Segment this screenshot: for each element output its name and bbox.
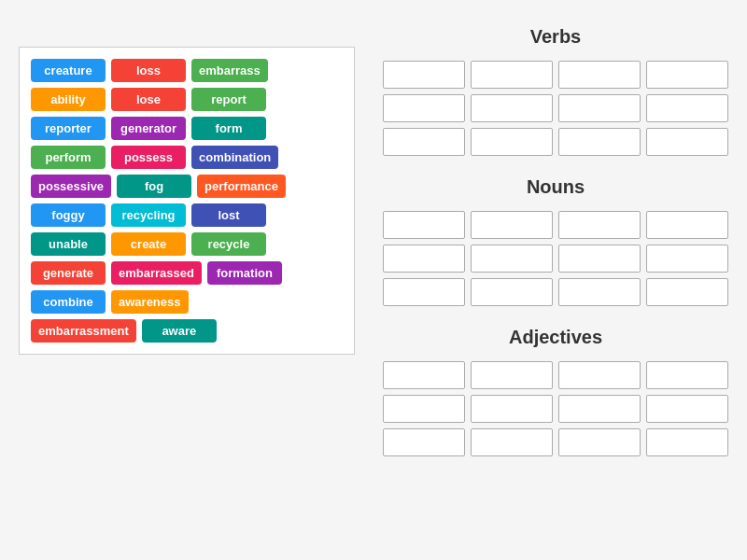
drop-cell[interactable] <box>471 428 553 456</box>
drop-cell[interactable] <box>646 278 728 306</box>
word-chip[interactable]: formation <box>207 261 282 285</box>
word-row-6: unablecreaterecycle <box>31 232 343 256</box>
word-chip[interactable]: generator <box>111 117 186 140</box>
drop-cell[interactable] <box>383 395 465 423</box>
drop-cell[interactable] <box>558 361 641 389</box>
word-row-7: generateembarrassedformation <box>31 261 343 285</box>
drop-cell[interactable] <box>471 61 553 89</box>
word-bank: creaturelossembarrassabilitylosereportre… <box>19 47 355 355</box>
drop-cell[interactable] <box>646 395 728 423</box>
word-chip[interactable]: report <box>191 88 266 111</box>
word-chip[interactable]: recycle <box>191 232 266 256</box>
drop-cell[interactable] <box>646 211 728 239</box>
drop-cell[interactable] <box>558 61 641 89</box>
word-chip[interactable]: form <box>191 117 266 140</box>
drop-cell[interactable] <box>471 128 553 156</box>
drop-cell[interactable] <box>646 361 728 389</box>
word-row-8: combineawareness <box>31 290 343 314</box>
drop-cell[interactable] <box>383 428 465 456</box>
word-chip[interactable]: combine <box>31 290 106 314</box>
word-row-0: creaturelossembarrass <box>31 59 343 82</box>
drop-cell[interactable] <box>646 428 728 456</box>
drop-cell[interactable] <box>471 278 553 306</box>
word-chip[interactable]: foggy <box>31 203 106 227</box>
word-chip[interactable]: create <box>111 232 186 256</box>
drop-cell[interactable] <box>646 61 728 89</box>
word-chip[interactable]: performance <box>197 175 286 198</box>
drop-cell[interactable] <box>471 245 553 273</box>
word-chip[interactable]: awareness <box>111 290 189 314</box>
word-chip[interactable]: embarrassed <box>111 261 202 285</box>
drop-cell[interactable] <box>558 245 641 273</box>
word-row-5: foggyrecyclinglost <box>31 203 343 227</box>
word-chip[interactable]: generate <box>31 261 106 285</box>
section-title-nouns: Nouns <box>383 176 728 198</box>
drop-cell[interactable] <box>383 361 465 389</box>
word-chip[interactable]: possess <box>111 146 186 169</box>
drop-grid-verbs <box>383 61 728 156</box>
drop-cell[interactable] <box>646 94 728 122</box>
drop-cell[interactable] <box>383 94 465 122</box>
word-row-3: performpossesscombination <box>31 146 343 169</box>
drop-cell[interactable] <box>383 245 465 273</box>
word-chip[interactable]: possessive <box>31 175 111 198</box>
word-chip[interactable]: combination <box>191 146 278 169</box>
drop-cell[interactable] <box>646 245 728 273</box>
drop-cell[interactable] <box>558 395 641 423</box>
drop-cell[interactable] <box>471 395 553 423</box>
word-row-9: embarrassmentaware <box>31 319 343 343</box>
word-chip[interactable]: loss <box>111 59 186 82</box>
word-chip[interactable]: lost <box>191 203 266 227</box>
drop-grid-adjectives <box>383 361 728 456</box>
drop-cell[interactable] <box>558 428 641 456</box>
drop-cell[interactable] <box>383 61 465 89</box>
drop-grid-nouns <box>383 211 728 306</box>
word-chip[interactable]: aware <box>142 319 217 343</box>
section-title-verbs: Verbs <box>383 26 728 48</box>
drop-cell[interactable] <box>383 211 465 239</box>
word-chip[interactable]: lose <box>111 88 186 111</box>
drop-cell[interactable] <box>383 128 465 156</box>
drop-cell[interactable] <box>471 361 553 389</box>
drop-cell[interactable] <box>558 211 641 239</box>
drop-cell[interactable] <box>558 278 641 306</box>
word-chip[interactable]: embarrass <box>191 59 268 82</box>
word-row-1: abilitylosereport <box>31 88 343 111</box>
drop-cell[interactable] <box>646 128 728 156</box>
drop-cell[interactable] <box>471 211 553 239</box>
word-row-2: reportergeneratorform <box>31 117 343 140</box>
word-chip[interactable]: embarrassment <box>31 319 136 343</box>
word-chip[interactable]: ability <box>31 88 106 111</box>
word-chip[interactable]: recycling <box>111 203 186 227</box>
word-chip[interactable]: reporter <box>31 117 106 140</box>
categorization-panel: VerbsNounsAdjectives <box>355 19 728 460</box>
word-chip[interactable]: unable <box>31 232 106 256</box>
word-chip[interactable]: perform <box>31 146 106 169</box>
drop-cell[interactable] <box>471 94 553 122</box>
drop-cell[interactable] <box>558 128 641 156</box>
word-chip[interactable]: creature <box>31 59 106 82</box>
section-title-adjectives: Adjectives <box>383 327 728 348</box>
drop-cell[interactable] <box>558 94 641 122</box>
drop-cell[interactable] <box>383 278 465 306</box>
word-row-4: possessivefogperformance <box>31 175 343 198</box>
word-chip[interactable]: fog <box>117 175 191 198</box>
